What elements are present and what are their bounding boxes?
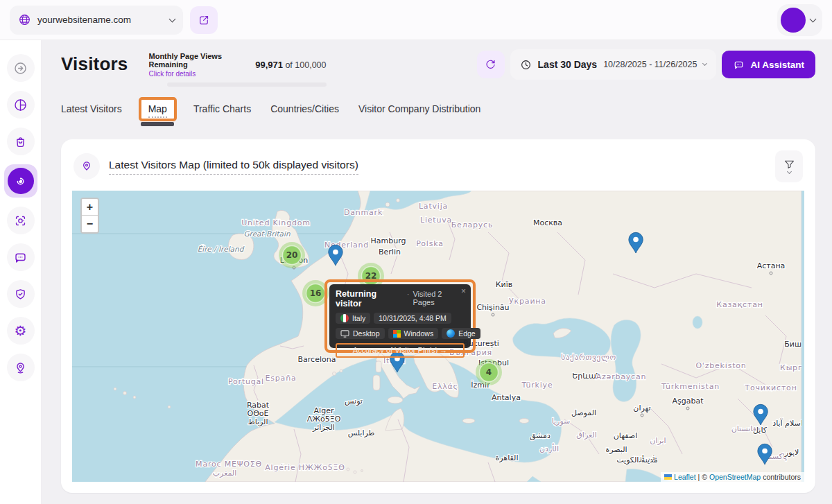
tab-traffic-charts[interactable]: Traffic Charts [193,99,251,121]
map-label: اصفهان [614,431,637,440]
osm-link[interactable]: OpenStreetMap [709,473,761,481]
visitors-icon [8,168,34,194]
leaflet-link[interactable]: Leaflet [674,473,696,481]
shield-icon [7,280,35,308]
ai-assistant-button[interactable]: AI Assistant [722,51,815,78]
zoom-in-button[interactable]: + [82,199,98,216]
map-label: Беларусь [451,220,494,229]
visitors-map[interactable]: United KingdomGreat BritainÉire / Irelan… [72,191,804,482]
map-label: საქართველო [561,353,616,362]
accuracy-link[interactable]: Accuracy of Visitor Pin(s) → [336,343,465,358]
map-label: سوريا [552,417,571,426]
map-label: Portugal [228,377,264,386]
map-label: لاہور [784,448,799,457]
date-range-value: 10/28/2025 - 11/26/2025 [603,60,697,69]
quota-details-link[interactable]: Click for details [149,70,249,78]
map-label: Algérie ΗЖЖo5ΞΘ [265,463,345,472]
tabs: Latest VisitorsMapTraffic ChartsCountrie… [61,99,815,121]
map-card: Latest Visitors Map (limited to 50k disp… [61,139,815,493]
map-label: الرباط [248,417,268,426]
orders-icon [7,128,35,155]
visitor-tooltip: × Returning visitor · Visited 2 Pages It… [329,284,471,348]
map-label: Ελλάς [432,382,458,391]
svg-text:20: 20 [286,250,298,260]
visit-datetime: 10/31/2025, 4:48 PM [374,313,451,324]
sidebar-item-dashboard[interactable] [7,91,35,119]
map-label: Chişinău [476,303,509,312]
refresh-button[interactable] [477,51,505,78]
map-label: البصرة [605,445,627,454]
map-label: Türkiye [521,381,553,390]
map-label: Бишк [784,340,801,349]
visitor-type: Returning visitor [336,289,404,309]
map-label: Hamburg [371,236,406,245]
map-label: Москва [533,218,562,227]
sidebar-item-settings[interactable]: ⚙ [7,317,35,345]
account-menu[interactable] [777,4,822,36]
tab-label: Visitor Company Distribution [358,103,480,114]
sidebar-item-chat[interactable] [7,243,35,271]
map-label: الأردن [539,443,559,453]
tab-map[interactable]: Map [148,99,167,121]
zoom-out-button[interactable]: − [82,216,98,232]
map-label: Lietuva [420,216,452,225]
site-selector[interactable]: yourwebsitename.com [10,6,183,35]
tab-countries-cities[interactable]: Countries/Cities [270,99,339,121]
sidebar-item-sidebar-toggle[interactable] [7,54,35,82]
windows-icon [393,330,401,338]
active-tab-indicator [141,122,174,126]
sidebar-toggle-icon [7,54,35,82]
map-label: España [266,374,297,383]
map-label: کابل [753,426,768,435]
map-label: Danmark [344,208,383,217]
map-label: Maroc ΜΕΨΟΣΘ [196,460,262,469]
edge-icon [447,329,455,338]
sidebar: ⚙ [0,40,42,504]
chat-icon [7,243,35,271]
refresh-icon [484,58,497,71]
main-content: Visitors Monthly Page Views Remaining Cl… [42,40,832,493]
map-label: اسلام آباد [772,418,801,428]
quota-value: 99,971 of 100,000 [255,60,326,70]
quota-progress-bar [167,82,327,87]
open-site-button[interactable] [190,6,218,34]
sidebar-item-shield[interactable] [7,280,35,308]
sidebar-item-location[interactable] [7,354,35,381]
map-label: طرابلس [348,428,375,437]
chevron-down-icon [810,15,817,22]
tab-label: Map [148,103,167,118]
sidebar-item-visitors[interactable] [4,164,37,198]
dashboard-icon [7,91,35,119]
chevron-down-icon [702,61,707,66]
cluster-marker[interactable]: 4 [476,359,502,385]
chevron-down-icon [786,169,791,174]
cluster-marker[interactable]: 20 [279,242,305,268]
tab-label: Latest Visitors [61,103,122,114]
site-name: yourwebsitename.com [37,15,164,25]
visitor-country: Italy [336,313,370,324]
map-label: Barcelona [298,355,336,364]
page-title: Visitors [61,53,128,75]
sidebar-item-focus[interactable] [7,207,35,234]
map-filter-button[interactable] [775,150,803,182]
map-label: القاهرة [496,453,519,462]
map-label: Éire / Ireland [198,245,245,253]
date-range-selector[interactable]: Last 30 Days 10/28/2025 - 11/26/2025 [510,49,717,80]
map-zoom-control: + − [80,198,99,234]
location-icon [7,354,35,381]
map-label: Great Britain [243,229,290,238]
tab-latest-visitors[interactable]: Latest Visitors [61,99,122,121]
svg-text:4: 4 [486,367,492,377]
tab-visitor-company-distribution[interactable]: Visitor Company Distribution [358,99,480,121]
map-label: تهران [633,403,650,412]
monitor-icon [340,330,349,338]
quota-label: Monthly Page Views Remaining [149,52,249,69]
map-label: Астана [757,261,786,270]
map-label: O'zbekiston [695,361,746,370]
date-range-label: Last 30 Days [538,59,598,70]
close-icon[interactable]: × [461,286,466,296]
sidebar-item-orders[interactable] [7,128,35,155]
map-label: المغرب [213,469,237,478]
focus-icon [7,207,35,234]
map-label: Казақстан [716,300,763,309]
